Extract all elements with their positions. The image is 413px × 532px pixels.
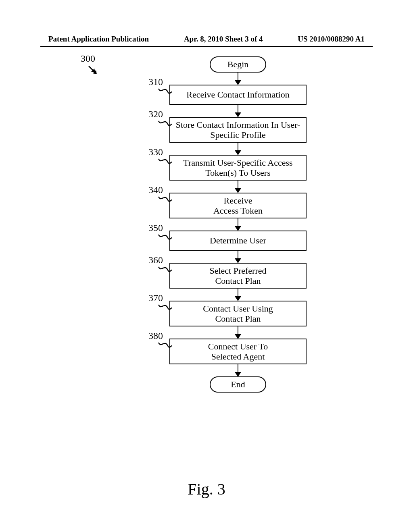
step-350: Determine User [169,231,307,251]
step-320: Store Contact Information In User-Specif… [169,117,307,143]
header-center: Apr. 8, 2010 Sheet 3 of 4 [184,35,263,44]
arrow-down-icon [238,326,239,339]
ref-320: 320 [148,109,163,120]
ref-370: 370 [148,293,163,303]
arrow-icon [87,64,99,77]
step-340: ReceiveAccess Token [169,193,307,218]
arrow-down-icon [238,251,239,263]
ref-380: 380 [148,330,163,341]
arrow-down-icon [238,143,239,155]
arrow-down-icon [238,105,239,117]
header-row: Patent Application Publication Apr. 8, 2… [0,35,413,46]
step-360: Select PreferredContact Plan [169,263,307,289]
step-370: Contact User UsingContact Plan [169,301,307,326]
header-rule [40,46,373,47]
header-left: Patent Application Publication [48,35,149,44]
step-380: Connect User ToSelected Agent [169,339,307,364]
arrow-down-icon [238,289,239,301]
terminal-begin: Begin [210,56,266,73]
page: Patent Application Publication Apr. 8, 2… [0,0,413,532]
ref-350: 350 [148,222,163,233]
arrow-down-icon [238,218,239,231]
step-310: Receive Contact Information [169,85,307,105]
step-330: Transmit User-Specific Access Token(s) T… [169,155,307,181]
arrow-down-icon [238,73,239,85]
ref-360: 360 [148,255,163,266]
arrow-down-icon [238,364,239,376]
figure-reference-300: 300 [81,53,95,64]
header-right: US 2010/0088290 A1 [298,35,365,44]
flowchart: Begin Receive Contact Information Store … [169,56,307,393]
ref-330: 330 [148,147,163,158]
figure-caption: Fig. 3 [0,480,413,499]
arrow-down-icon [238,181,239,193]
page-header: Patent Application Publication Apr. 8, 2… [0,35,413,47]
ref-340: 340 [148,185,163,195]
ref-310: 310 [148,77,163,87]
terminal-end: End [210,376,266,393]
